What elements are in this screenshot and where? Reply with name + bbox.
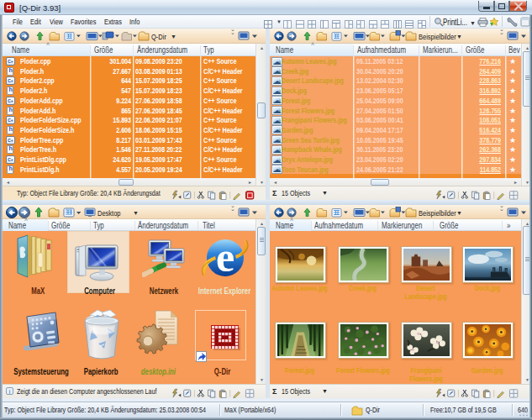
svg-text:e: e [216, 234, 234, 281]
